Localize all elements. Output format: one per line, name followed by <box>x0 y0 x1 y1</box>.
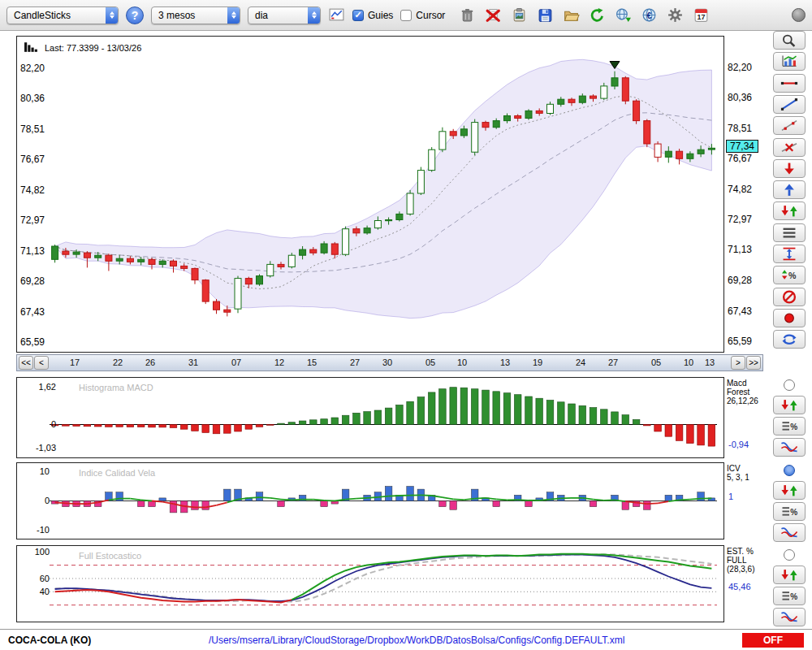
date-label: 12 <box>274 358 284 367</box>
record-tool[interactable] <box>773 309 806 327</box>
guies-label: Guies <box>368 10 393 21</box>
svg-text:60: 60 <box>40 574 50 583</box>
macd-select-radio[interactable] <box>784 379 795 391</box>
delete-data-button[interactable] <box>485 7 502 23</box>
reload-button[interactable] <box>589 7 606 23</box>
indicator-param-label: Macd <box>727 379 769 388</box>
percent-move-tool[interactable]: % <box>773 266 806 284</box>
candlestick-chart[interactable]: 82,2080,3678,5176,6774,8272,9771,1369,28… <box>17 37 723 354</box>
horizontal-line-tool[interactable] <box>773 74 806 93</box>
est-signals-button[interactable] <box>773 566 806 584</box>
svg-text:%: % <box>790 422 797 431</box>
symbol-label: COCA-COLA (KO) <box>8 635 91 646</box>
currency-button[interactable]: € <box>641 7 658 23</box>
estocastico-panel[interactable]: 1006040Full Estocastico <box>16 545 724 622</box>
indicator-param-label: ICV <box>727 464 769 473</box>
price-axis-label: 71,13 <box>728 244 752 255</box>
date-label: 15 <box>307 358 317 367</box>
price-axis-label: 80,36 <box>728 92 752 103</box>
macd-panel[interactable]: 1,620-1,03Histograma MACD <box>16 377 724 458</box>
date-label: 31 <box>188 358 198 367</box>
cursor-label: Cursor <box>416 10 445 21</box>
interval-select[interactable]: dia <box>248 6 321 24</box>
off-badge[interactable]: OFF <box>742 633 804 648</box>
icv-select-radio[interactable] <box>784 465 795 476</box>
refresh-tool[interactable] <box>773 330 806 349</box>
trash-button[interactable] <box>459 7 476 23</box>
nav-next-button[interactable]: > <box>731 356 745 370</box>
estocastico-panel-labels: EST. %FULL(28,3,6)45,46 <box>727 545 769 622</box>
svg-text:Indice Calidad Vela: Indice Calidad Vela <box>79 468 156 478</box>
period-value: 3 mesos <box>158 10 227 21</box>
svg-text:10: 10 <box>40 466 50 476</box>
indicator-param-label: (28,3,6) <box>727 565 769 574</box>
nav-first-button[interactable]: << <box>19 356 33 370</box>
indicator-param-label: Forest <box>727 388 769 396</box>
disable-tool[interactable] <box>773 288 806 306</box>
indicator-last-value: 45,46 <box>728 583 751 592</box>
chart-window-button[interactable] <box>328 7 345 23</box>
settings-button[interactable] <box>667 7 684 23</box>
help-button[interactable]: ? <box>126 6 144 24</box>
estocastico-select-radio[interactable] <box>784 549 795 561</box>
trendline-tool[interactable] <box>773 95 806 114</box>
main-chart-panel[interactable]: 82,2080,3678,5176,6774,8272,9771,1369,28… <box>16 36 724 353</box>
buy-sell-tool[interactable] <box>773 202 806 220</box>
cursor-checkbox[interactable]: Cursor <box>400 10 445 21</box>
svg-text:71,13: 71,13 <box>20 245 45 257</box>
icv-style-button[interactable] <box>773 523 806 542</box>
select-arrows-icon <box>308 7 320 24</box>
price-axis-label: 65,59 <box>728 336 752 347</box>
svg-text:€: € <box>647 11 652 20</box>
icv-panel[interactable]: 100-10Indice Calidad Vela <box>16 462 724 540</box>
macd-style-button[interactable] <box>773 438 806 457</box>
guies-checkbox[interactable]: Guies <box>352 10 393 21</box>
macd-panel-labels: MacdForest26,12,26-0,94 <box>727 377 769 458</box>
draw-points-tool[interactable] <box>773 116 806 135</box>
select-arrows-icon <box>227 7 240 24</box>
price-axis-label: 69,28 <box>728 275 752 286</box>
tool-sidebar: %%%% <box>770 0 812 650</box>
copy-image-button[interactable] <box>511 7 528 23</box>
indicator-last-value: -0,94 <box>728 440 749 449</box>
date-label: 27 <box>608 358 618 367</box>
icv-signals-button[interactable] <box>773 481 806 500</box>
icv-chart[interactable]: 100-10Indice Calidad Vela <box>17 463 723 541</box>
est-style-button[interactable] <box>773 608 806 626</box>
delete-line-tool[interactable] <box>773 138 806 157</box>
save-button[interactable] <box>537 7 554 23</box>
svg-text:%: % <box>788 271 797 280</box>
est-params-button[interactable]: % <box>773 587 806 605</box>
sell-marker-tool[interactable] <box>773 159 806 178</box>
svg-text:80,36: 80,36 <box>20 93 45 104</box>
macd-chart[interactable]: 1,620-1,03Histograma MACD <box>17 378 723 460</box>
svg-text:69,28: 69,28 <box>20 275 45 287</box>
download-data-button[interactable] <box>615 7 632 23</box>
vertical-range-tool[interactable] <box>773 245 806 263</box>
icv-params-button[interactable]: % <box>773 502 806 521</box>
levels-list-tool[interactable] <box>773 223 806 242</box>
nav-prev-button[interactable]: < <box>34 356 49 370</box>
buy-marker-tool[interactable] <box>773 180 806 199</box>
chart-type-select[interactable]: CandleSticks <box>6 6 119 24</box>
date-label: 22 <box>113 358 123 367</box>
indicator-param-label: FULL <box>727 556 769 565</box>
macd-signals-button[interactable] <box>773 396 806 414</box>
checkbox-icon <box>352 10 364 21</box>
estocastico-chart[interactable]: 1006040Full Estocastico <box>17 546 723 624</box>
svg-text:78,51: 78,51 <box>20 124 45 135</box>
svg-text:Full Estocastico: Full Estocastico <box>79 551 141 561</box>
macd-params-button[interactable]: % <box>773 417 806 436</box>
nav-last-button[interactable]: >> <box>746 356 761 370</box>
zoom-tool[interactable] <box>773 31 806 50</box>
price-axis-label: 74,82 <box>728 184 752 195</box>
calendar-button[interactable]: 17 <box>693 7 710 23</box>
svg-text:Histograma MACD: Histograma MACD <box>79 383 153 392</box>
svg-text:-1,03: -1,03 <box>36 443 56 453</box>
chart-style-tool[interactable] <box>773 52 806 71</box>
date-label: 07 <box>231 358 241 367</box>
period-select[interactable]: 3 mesos <box>151 6 240 24</box>
indicator-param-label: EST. % <box>727 547 769 556</box>
svg-text:1,62: 1,62 <box>39 382 56 392</box>
open-button[interactable] <box>563 7 580 23</box>
